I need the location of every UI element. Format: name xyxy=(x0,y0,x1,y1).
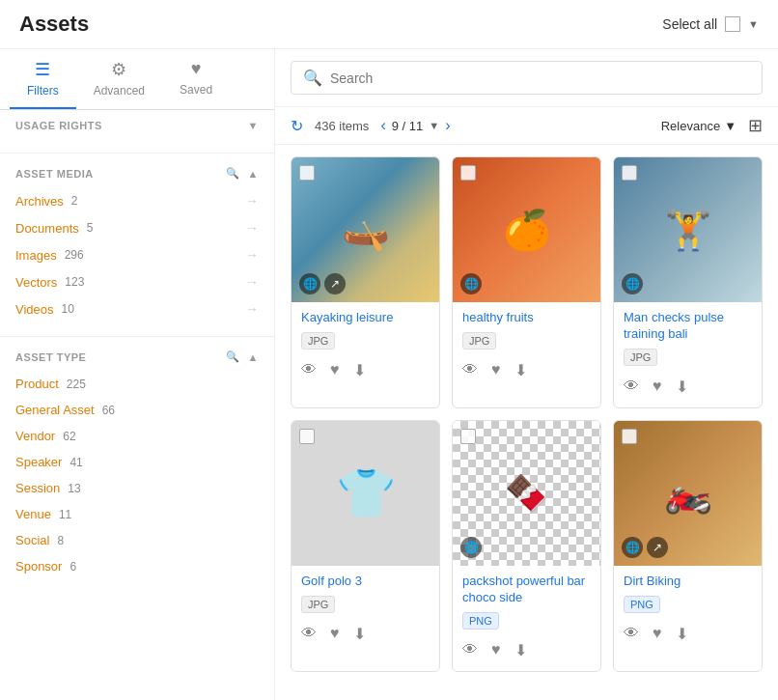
search-icon: 🔍 xyxy=(303,69,322,87)
list-item[interactable]: Vendor 62 xyxy=(15,423,259,449)
list-item[interactable]: Speaker 41 xyxy=(15,449,259,475)
card-actions: 👁 ♥ ⬇ xyxy=(462,637,591,663)
select-all-dropdown[interactable]: ▼ xyxy=(748,18,759,30)
download-icon[interactable]: ⬇ xyxy=(353,625,366,643)
list-item[interactable]: Social 8 xyxy=(15,527,259,553)
favorite-icon[interactable]: ♥ xyxy=(330,361,340,379)
card-checkbox[interactable] xyxy=(460,429,476,444)
usage-rights-collapse[interactable]: ▼ xyxy=(248,120,259,131)
media-videos-label: Videos xyxy=(15,302,54,317)
type-speaker-label: Speaker xyxy=(15,455,62,469)
preview-icon[interactable]: 👁 xyxy=(462,361,478,379)
type-vendor-count: 62 xyxy=(63,430,75,443)
card-image: 🍫 🌐 xyxy=(453,421,600,566)
search-input[interactable] xyxy=(330,70,750,86)
favorite-icon[interactable]: ♥ xyxy=(653,625,662,643)
select-all-checkbox[interactable] xyxy=(725,16,740,32)
media-vectors-count: 123 xyxy=(65,275,84,289)
favorite-icon[interactable]: ♥ xyxy=(330,625,340,643)
type-sponsor-label: Sponsor xyxy=(15,559,62,574)
list-item[interactable]: Images 296 → xyxy=(15,241,259,268)
card-checkbox[interactable] xyxy=(299,429,315,444)
preview-icon[interactable]: 👁 xyxy=(301,625,317,643)
card-info: healthy fruits JPG 👁 ♥ ⬇ xyxy=(453,302,600,391)
list-item[interactable]: Vectors 123 → xyxy=(15,268,259,295)
card-image: 🏋️ 🌐 xyxy=(614,157,762,302)
type-venue-label: Venue xyxy=(15,507,51,521)
download-icon[interactable]: ⬇ xyxy=(676,625,688,643)
asset-card: 🏍️ 🌐 ↗ Dirt Biking PNG 👁 ♥ ⬇ xyxy=(613,420,763,672)
advanced-icon: ⚙ xyxy=(111,59,126,80)
list-item[interactable]: Venue 11 xyxy=(15,501,259,527)
tab-advanced[interactable]: ⚙ Advanced xyxy=(76,49,162,109)
search-input-wrapper[interactable]: 🔍 xyxy=(291,61,763,95)
list-item[interactable]: Sponsor 6 xyxy=(15,553,259,579)
share-icon: ↗ xyxy=(647,537,668,558)
asset-type-collapse[interactable]: ▲ xyxy=(248,351,259,363)
divider-2 xyxy=(0,336,274,337)
card-title[interactable]: packshot powerful bar choco side xyxy=(462,574,591,606)
download-icon[interactable]: ⬇ xyxy=(514,641,527,659)
type-general-label: General Asset xyxy=(15,403,95,417)
page-dropdown[interactable]: ▼ xyxy=(429,120,439,131)
card-title[interactable]: Man checks pulse training bali xyxy=(624,310,752,343)
grid-view-icon[interactable]: ⊞ xyxy=(748,115,763,136)
card-checkbox[interactable] xyxy=(460,165,476,181)
type-session-label: Session xyxy=(15,481,60,495)
asset-card: 🛶 🌐 ↗ Kayaking leisure JPG 👁 ♥ ⬇ xyxy=(291,156,440,408)
prev-page-button[interactable]: ‹ xyxy=(380,117,385,134)
media-images-label: Images xyxy=(15,248,57,263)
download-icon[interactable]: ⬇ xyxy=(676,378,688,396)
asset-media-list: Archives 2 → Documents 5 → Images 296 xyxy=(15,187,259,322)
card-title[interactable]: Dirt Biking xyxy=(624,574,752,590)
tab-filters[interactable]: ☰ Filters xyxy=(10,49,76,109)
media-vectors-label: Vectors xyxy=(15,275,57,290)
asset-media-search-icon[interactable]: 🔍 xyxy=(226,167,240,180)
card-title[interactable]: Golf polo 3 xyxy=(301,574,430,590)
share-icon: ↗ xyxy=(324,273,346,294)
sidebar: ☰ Filters ⚙ Advanced ♥ Saved USAGE RIGHT… xyxy=(0,49,275,700)
sort-select[interactable]: Relevance ▼ xyxy=(661,119,736,133)
preview-icon[interactable]: 👁 xyxy=(624,625,639,643)
type-venue-count: 11 xyxy=(59,508,71,521)
sort-dropdown-icon: ▼ xyxy=(724,119,736,133)
card-info: Dirt Biking PNG 👁 ♥ ⬇ xyxy=(614,566,762,655)
list-item[interactable]: Product 225 xyxy=(15,371,259,397)
asset-type-header[interactable]: ASSET TYPE 🔍 ▲ xyxy=(15,350,259,363)
toolbar: ↻ 436 items ‹ 9 / 11 ▼ › Relevance ▼ ⊞ xyxy=(275,107,778,145)
card-checkbox[interactable] xyxy=(622,429,637,444)
card-title[interactable]: healthy fruits xyxy=(462,310,591,326)
card-info: Man checks pulse training bali JPG 👁 ♥ ⬇ xyxy=(614,302,762,407)
asset-media-header[interactable]: ASSET MEDIA 🔍 ▲ xyxy=(15,167,259,180)
tab-bar: ☰ Filters ⚙ Advanced ♥ Saved xyxy=(0,49,274,110)
preview-icon[interactable]: 👁 xyxy=(301,361,317,379)
favorite-icon[interactable]: ♥ xyxy=(491,641,501,659)
list-item[interactable]: General Asset 66 xyxy=(15,397,259,423)
card-tag: JPG xyxy=(301,596,335,613)
card-checkbox[interactable] xyxy=(299,165,315,181)
card-checkbox[interactable] xyxy=(622,165,637,181)
download-icon[interactable]: ⬇ xyxy=(353,361,366,379)
asset-media-collapse[interactable]: ▲ xyxy=(248,168,259,180)
refresh-button[interactable]: ↻ xyxy=(291,117,303,135)
card-actions: 👁 ♥ ⬇ xyxy=(301,621,430,647)
usage-rights-header[interactable]: USAGE RIGHTS ▼ xyxy=(15,120,259,131)
download-icon[interactable]: ⬇ xyxy=(514,361,527,379)
card-tag: JPG xyxy=(624,349,657,366)
asset-type-search-icon[interactable]: 🔍 xyxy=(226,350,240,363)
globe-icon: 🌐 xyxy=(622,273,643,294)
card-title[interactable]: Kayaking leisure xyxy=(301,310,430,326)
favorite-icon[interactable]: ♥ xyxy=(491,361,501,379)
favorite-icon[interactable]: ♥ xyxy=(653,378,662,396)
globe-icon: 🌐 xyxy=(460,273,482,294)
next-page-button[interactable]: › xyxy=(445,117,450,134)
list-item[interactable]: Session 13 xyxy=(15,475,259,501)
main-layout: ☰ Filters ⚙ Advanced ♥ Saved USAGE RIGHT… xyxy=(0,49,778,700)
list-item[interactable]: Archives 2 → xyxy=(15,187,259,214)
preview-icon[interactable]: 👁 xyxy=(462,641,478,659)
page-info: 9 / 11 xyxy=(392,119,424,133)
list-item[interactable]: Videos 10 → xyxy=(15,295,259,322)
preview-icon[interactable]: 👁 xyxy=(624,378,639,396)
list-item[interactable]: Documents 5 → xyxy=(15,214,259,241)
tab-saved[interactable]: ♥ Saved xyxy=(162,49,230,109)
